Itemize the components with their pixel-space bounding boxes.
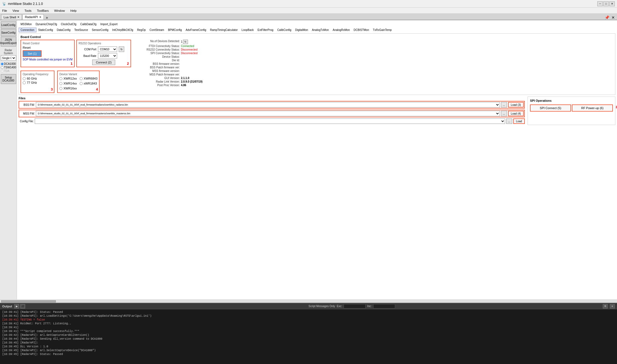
num-devices-row: No.of Devices Detected: 1 ↻ [136,40,611,44]
refresh-devices-button[interactable]: ↻ [183,40,188,44]
nav-regop[interactable]: RegOp [135,28,148,32]
spi-connect-button[interactable]: SPI Connect (5) [530,104,571,112]
horizontal-scroll-thumb[interactable] [1,300,56,302]
mss-fw-load-button[interactable]: Load (4) [508,111,524,116]
menu-view[interactable]: View [11,8,20,13]
nav-digitalmon[interactable]: DigitalMon [293,28,310,32]
nav-analogtxmon[interactable]: AnalogTxMon [310,28,331,32]
mss-patch-row: MSS Patch firmware ver: [136,73,611,76]
nav-dcbistmon[interactable]: DCBISTMon [352,28,371,32]
mss-fw-browse-button[interactable]: ... [501,111,507,116]
maximize-button[interactable]: □ [603,1,609,6]
load-config-button[interactable]: LoadConfig [1,21,16,28]
bss-fw-load-button[interactable]: Load (3) [508,102,524,107]
dca1000-radio[interactable] [1,63,4,65]
set-button[interactable]: Set (1) [23,50,42,57]
badge-4: 4 [96,87,98,91]
nav-intchirpblkctlcfg[interactable]: IntChirpBlkCtlCfg [110,28,135,32]
bss-fw-browse-button[interactable]: ... [501,102,507,107]
connect-button[interactable]: Connect (2) [92,60,115,65]
save-config-button[interactable]: SaveConfig [1,29,16,36]
output-btn-2[interactable]: ⬛ [20,304,25,308]
tab-radar-api-close[interactable]: ✕ [39,16,41,19]
nav-calibconfig[interactable]: CalibConfig [275,28,293,32]
nav-staticconfig[interactable]: StaticConfig [36,28,55,32]
output-content[interactable]: [16:39:41] [RadarAPI]: Status: Passed [1… [0,309,617,364]
77ghz-radio-row: 77 GHz [23,81,48,84]
tsw1400-radio[interactable] [1,66,4,69]
nav-dataconfig[interactable]: DataConfig [55,28,73,32]
nav-bpmconfig[interactable]: BPMConfig [166,28,184,32]
menu-file[interactable]: File [1,8,8,13]
com-port-refresh-button[interactable]: ↻ [119,46,124,52]
tab-add-button[interactable]: » [44,15,50,20]
tsw1400-radio-label[interactable]: TSW1400 [1,66,16,69]
menu-tools[interactable]: Tools [23,8,33,13]
output-close-button[interactable]: ✕ [610,304,615,308]
tab-lua-shell[interactable]: Lua Shell ✕ [1,14,22,20]
nav-txrxgaintemp[interactable]: TxRxGainTemp [371,28,394,32]
num-devices-label: No.of Devices Detected: [136,40,180,44]
config-file-row: Config File: ... Load [19,118,525,124]
nav-ramptimingcalculator[interactable]: RampTimingCalculator [208,28,240,32]
config-file-select[interactable] [35,118,505,124]
77ghz-radio[interactable] [23,81,26,84]
horizontal-scrollbar[interactable] [0,299,617,303]
output-line: [16:39:45] [RadarAPI]: arl.SelectCapture… [2,349,615,353]
xwr14xx-radio[interactable] [59,82,62,85]
nav-import-export[interactable]: Import_Export [99,22,120,27]
radar-link-label: Radar Link Version: [136,80,180,83]
nav-sensorconfig[interactable]: SensorConfig [90,28,111,32]
tab-pin-button[interactable]: 📌 [604,15,610,20]
nav-clockoutcfg[interactable]: ClockOutCfg [59,22,78,27]
nav-advframeconfig[interactable]: AdvFrameConfig [184,28,208,32]
dca1000-radio-label[interactable]: DCA1000 [1,62,16,65]
rf-powerup-button[interactable]: RF Power-up (6) [572,104,613,112]
com-port-select[interactable]: COM10 [98,46,117,52]
title-bar-left: 📡 mmWave Studio 2.1.1.0 [2,2,43,6]
mss-fw-row: MSS firmware version: [136,69,611,72]
tab-lua-shell-close[interactable]: ✕ [17,16,19,19]
60ghz-radio[interactable] [23,77,26,80]
nav-dynamicchirpcfg[interactable]: DynamicChirpCfg [34,22,59,27]
minimize-button[interactable]: ─ [597,1,603,6]
nav-calibdatacfg[interactable]: CalibDataCfg [78,22,98,27]
menu-toolbars[interactable]: ToolBars [36,8,50,13]
close-button[interactable]: ✕ [609,1,615,6]
config-file-browse-button[interactable]: ... [506,118,512,124]
nav-connection[interactable]: Connection [19,28,36,32]
json-import-button[interactable]: JSON Import/Export [1,37,16,46]
nav-loopback[interactable]: LoopBack [240,28,256,32]
nav-extfilterprog[interactable]: ExtFilterProg [256,28,275,32]
output-header: Output ▶ ⬛ Script Messages Only Exc: Inc… [0,303,617,309]
xwr16xx-radio[interactable] [59,87,62,90]
nav-analogrxmon[interactable]: AnalogRxMon [331,28,352,32]
output-float-button[interactable]: ⧉ [603,304,608,308]
exc-filter-input[interactable] [344,304,366,308]
output-btn-1[interactable]: ▶ [14,304,19,308]
baud-rate-select[interactable]: 115200 [98,53,117,59]
nav-contstream[interactable]: ContStream [148,28,166,32]
config-file-load-button[interactable]: Load [513,118,525,124]
xwr12xx-radio-row: XWR12xx [59,77,77,80]
bss-fw-select[interactable]: D:\tilmmwave_studio_02_01_01_00\rf_eval_… [36,102,500,107]
tab-close-all-button[interactable]: ✕ [610,15,616,20]
setup-dca1000-button[interactable]: SetupDCA1000 [1,74,16,84]
inc-filter-input[interactable] [373,304,395,308]
xwr12xx-radio[interactable] [59,77,62,80]
menu-window[interactable]: Window [53,8,66,13]
variant-grid: XWR12xx XWR14xx XWR16xx [59,77,97,91]
tda-radio-label[interactable]: TDA [1,69,16,72]
sop-mode-text: SOP Mode controlled via jumper on EVM [23,58,73,61]
tab-radar-api[interactable]: RadarAPI ✕ [22,14,44,20]
rs232-ops-box: RS232 Operations COM Port COM10 ↻ Baud R… [76,40,131,67]
tab-lua-shell-label: Lua Shell [4,16,16,19]
radar-mode-dropdown[interactable]: Single Chi Multi Chip [1,55,16,61]
nav-mssmon[interactable]: MSSMon [19,22,34,27]
menu-help[interactable]: Help [69,8,78,13]
nav-testsource[interactable]: TestSource [73,28,90,32]
xwr6843-radio[interactable] [80,77,83,80]
xwr1843-radio[interactable] [80,82,83,85]
mss-fw-select[interactable]: D:\tilmmwave_studio_02_01_01_00\rf_eval_… [36,111,500,116]
app-icon: 📡 [2,2,6,6]
